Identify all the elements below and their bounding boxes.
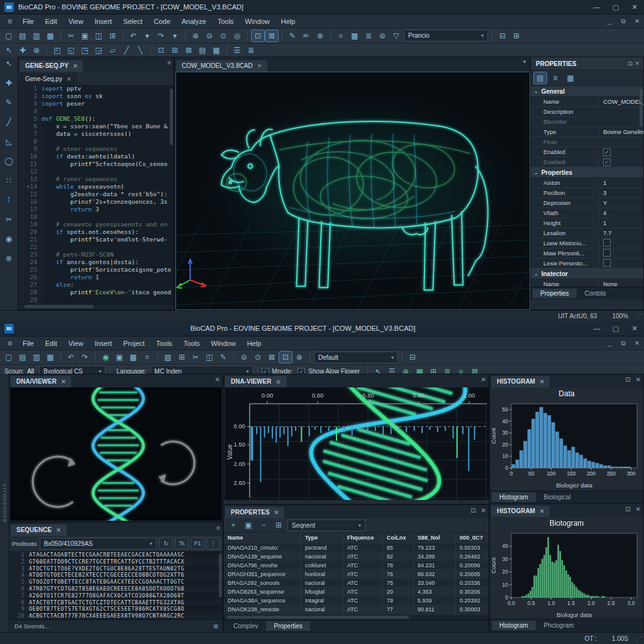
sequence-row[interactable]: 8ATACTOTTCBTGACTCTGTCZTOTECATTCBAAETTTG3… <box>9 599 223 606</box>
refresh-icon[interactable]: ↻ <box>159 537 173 550</box>
column-header[interactable]: CoiLnx <box>383 533 414 543</box>
table-row[interactable]: DRAO8263_sequenselvbogtalATC204.3630.302… <box>224 587 489 596</box>
array-icon[interactable]: ⊞ <box>169 45 181 56</box>
property-row[interactable]: Enabled✓ <box>531 147 643 157</box>
sequence-row[interactable]: 1ATAGACTAOABTECTECGAACRBTEEAECGACEACTOAA… <box>9 552 223 558</box>
preset-combo[interactable]: Default▾ <box>314 352 398 364</box>
ellipse-tool-icon[interactable]: ◯ <box>4 157 13 165</box>
pin-icon[interactable]: ⊡ <box>625 506 630 513</box>
pin-icon[interactable]: ⊡ <box>470 507 475 514</box>
save-icon[interactable]: ▥ <box>30 352 43 363</box>
dots-tool-icon[interactable]: ⁞ <box>8 196 9 204</box>
menu-analyze[interactable]: Analyze <box>176 18 212 25</box>
zoom-selection-icon[interactable]: ◎ <box>231 30 243 42</box>
column-header[interactable]: S88_Nol <box>414 533 456 543</box>
target-icon[interactable]: ◉ <box>99 352 112 363</box>
tab-controls[interactable]: Contols <box>577 289 614 298</box>
undo-icon[interactable]: ↶ <box>65 352 77 363</box>
property-row[interactable]: Lesalion7.7 <box>531 228 643 238</box>
menu-file[interactable]: File <box>17 18 40 25</box>
print-icon[interactable]: ▦ <box>44 352 57 363</box>
eraser-icon[interactable]: ⊗ <box>314 30 326 42</box>
panel-menu-icon[interactable]: ≡ <box>216 525 220 531</box>
tab-complex[interactable]: Complev <box>226 621 265 631</box>
points-tool-icon[interactable]: ∷ <box>6 176 11 185</box>
view-grid-icon[interactable]: ▦ <box>564 72 577 84</box>
new-file-icon[interactable]: ▢ <box>3 30 15 42</box>
property-row[interactable]: Aixton1 <box>531 178 643 188</box>
side-strip[interactable]: B4OJIS0OJ16 <box>0 374 9 632</box>
data-table[interactable]: NameTypeFhquenceCoiLnxS88_Nol000_0C?Y8DT… <box>224 533 489 615</box>
table-row[interactable]: DNAGA796_revohecoikluretATC7894.2310.200… <box>224 561 489 570</box>
curve-icon[interactable]: ╲ <box>134 45 147 56</box>
extrude-icon[interactable]: ▦ <box>210 45 223 56</box>
tab-histogram-2[interactable]: HISTOGRAM✕ <box>491 506 550 517</box>
tab-histogram[interactable]: Histogram <box>492 492 536 502</box>
pattern-icon[interactable]: ▧ <box>162 352 174 363</box>
sphere-tool-icon[interactable]: ◉ <box>6 235 12 243</box>
segment-combo[interactable]: Seqnent▾ <box>287 519 365 531</box>
menu-view[interactable]: View <box>63 340 89 347</box>
ruler-tool-icon[interactable]: ◺ <box>6 137 11 146</box>
tab-phciogram[interactable]: Phciogram <box>536 621 582 630</box>
column-header[interactable]: 000_0C? <box>456 533 489 543</box>
cut-icon[interactable]: ✂ <box>65 30 77 42</box>
menu-edit[interactable]: Edit <box>40 18 63 25</box>
menu-file[interactable]: File <box>17 340 40 347</box>
tab-properties[interactable]: Properties <box>266 621 310 631</box>
property-row[interactable]: NameCOW_MODEL_V3 <box>531 97 643 107</box>
property-row[interactable]: Eoalried✓ <box>531 157 643 167</box>
unchecked-checkbox[interactable] <box>603 239 611 247</box>
tab-dna-viewer[interactable]: DNA/VIEWER✕ <box>11 376 71 387</box>
slice-icon[interactable]: ▤ <box>196 45 209 56</box>
table-row[interactable]: DRAGH351_pequencehonloralATC7686.6320.20… <box>224 570 489 579</box>
annotate-icon[interactable]: ✎ <box>217 352 230 363</box>
dna-signal-canvas[interactable]: 0.000.600.800.801.000.001.502.002.60Valu… <box>225 387 489 500</box>
list-icon[interactable]: ☰ <box>231 45 243 56</box>
add-view-icon[interactable]: ⊞ <box>175 352 188 363</box>
property-row[interactable]: Height1 <box>531 218 643 228</box>
table-row[interactable]: DNAGA139_sequenenacionalATC9234.2890.264… <box>224 552 489 561</box>
add-row-icon[interactable]: + <box>227 519 240 531</box>
grid-icon[interactable]: ⌗ <box>141 352 153 363</box>
zoom-tool-icon[interactable]: ⊕ <box>30 45 43 56</box>
table-row[interactable]: BRAGA292_sonooisnacioralATC7533.0400.203… <box>224 579 489 587</box>
rect-select-icon[interactable]: ◳ <box>79 45 91 56</box>
menu-help[interactable]: Help <box>242 340 267 347</box>
menu-project[interactable]: Project <box>118 340 150 347</box>
tab-list-dropdown-icon[interactable]: ▼ <box>522 59 527 65</box>
transform-tool-icon[interactable]: ⊗ <box>6 254 12 263</box>
checked-checkbox[interactable]: ✓ <box>603 148 611 156</box>
tab-gene-seq-py[interactable]: GENE-SEQ.PY✕ <box>19 60 83 72</box>
tab-sequence[interactable]: SEQUENCE✕ <box>11 525 67 536</box>
paste-icon[interactable]: ◫ <box>92 30 105 42</box>
table-row[interactable]: DNAOK238_rensotenacioralATC7790.8110.300… <box>224 605 489 614</box>
poly-select-icon[interactable]: ◲ <box>92 45 105 56</box>
save-icon[interactable]: ▥ <box>30 30 43 42</box>
scissors-tool-icon[interactable]: ✂ <box>6 215 12 224</box>
marquee-icon[interactable]: ◰ <box>51 45 64 56</box>
edit-row-icon[interactable]: ▣ <box>242 519 255 531</box>
menu-tools[interactable]: Tools <box>178 340 206 347</box>
property-row[interactable]: TypeBovine Genelimxs <box>531 127 643 137</box>
close-panel-icon[interactable]: ✕ <box>215 376 220 383</box>
collapse-icon[interactable]: ⊟ <box>406 352 419 363</box>
property-row[interactable]: Loew Mistociu... <box>531 238 643 248</box>
grid-snap-icon[interactable]: ⊠ <box>265 30 278 42</box>
property-row[interactable]: Vliath4 <box>531 208 643 218</box>
property-row[interactable]: NameNone <box>531 279 643 287</box>
sequence-row[interactable]: 7A26OTO1TCR7E82777O8GAFACX6CATCO3O88&TA2… <box>9 592 223 599</box>
arrow-tool-icon[interactable]: ↖ <box>6 59 12 68</box>
view-category-icon[interactable]: ≡ <box>549 72 562 84</box>
zoom-in-icon[interactable]: ⊕ <box>189 30 202 42</box>
pin-icon[interactable]: ⊡ <box>628 60 635 67</box>
tab-histogram[interactable]: Histogram <box>492 621 536 630</box>
tab-dna-signal[interactable]: DNA-VIEWER☆ <box>225 376 287 387</box>
property-row[interactable]: Lesw Persesto... <box>531 258 643 269</box>
doc-restore-button[interactable]: ⧉ <box>616 340 630 347</box>
close-tab-icon[interactable]: ✕ <box>73 63 78 69</box>
sequence-combo[interactable]: Bx050/410929AS▾ <box>40 538 157 550</box>
open-icon[interactable]: ▤ <box>16 30 29 42</box>
brush-tool-icon[interactable]: ✎ <box>6 98 12 107</box>
maximize-button[interactable]: ▢ <box>606 0 625 14</box>
